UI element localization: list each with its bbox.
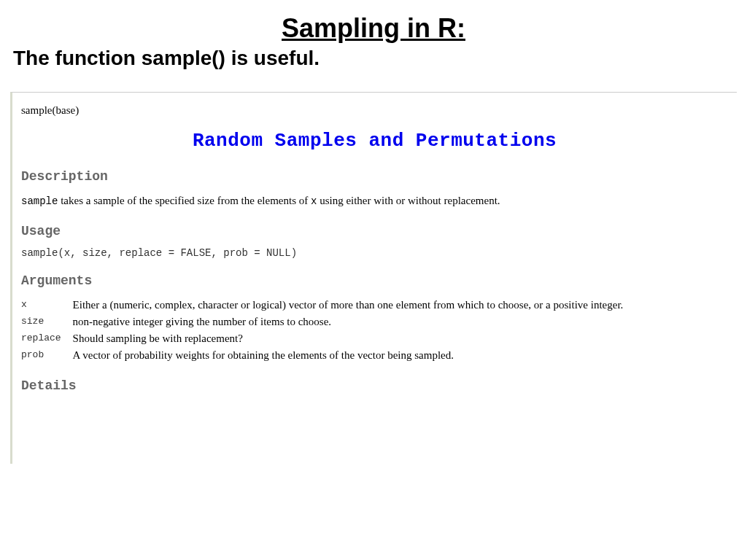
heading-usage: Usage (21, 224, 728, 238)
slide-title: Sampling in R: (0, 13, 747, 44)
arg-desc: Should sampling be with replacement? (73, 330, 630, 347)
arguments-table: x Either a (numeric, complex, character … (21, 297, 629, 364)
arg-desc: non-negative integer giving the number o… (73, 314, 630, 330)
heading-description: Description (21, 169, 728, 184)
arg-desc: Either a (numeric, complex, character or… (73, 297, 630, 314)
heading-details: Details (21, 378, 728, 393)
package-header: sample(base) (21, 104, 728, 117)
usage-code: sample(x, size, replace = FALSE, prob = … (21, 247, 728, 259)
slide-subtitle: The function sample() is useful. (0, 44, 747, 70)
table-row: prob A vector of probability weights for… (21, 347, 629, 364)
arg-name: replace (21, 330, 73, 347)
heading-arguments: Arguments (21, 273, 728, 288)
arg-name: prob (21, 347, 73, 364)
arg-desc: A vector of probability weights for obta… (73, 347, 630, 364)
help-doc-panel: sample(base) Random Samples and Permutat… (10, 92, 737, 464)
arg-name: x (21, 297, 73, 314)
table-row: size non-negative integer giving the num… (21, 314, 629, 330)
description-text: sample takes a sample of the specified s… (21, 192, 728, 209)
arg-name: size (21, 314, 73, 330)
doc-title: Random Samples and Permutations (21, 130, 728, 152)
code-inline: sample (21, 195, 58, 207)
table-row: replace Should sampling be with replacem… (21, 330, 629, 347)
table-row: x Either a (numeric, complex, character … (21, 297, 629, 314)
